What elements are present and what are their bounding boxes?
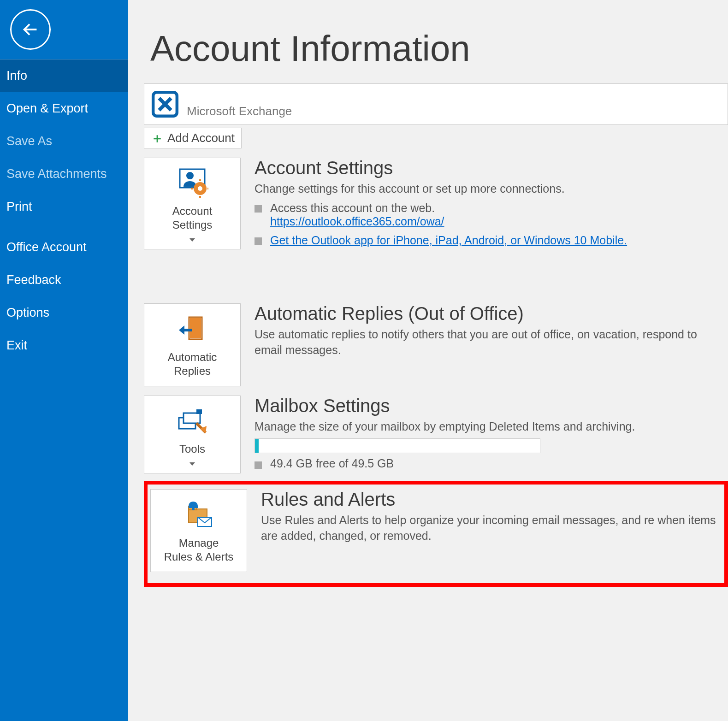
account-settings-title: Account Settings (255, 158, 723, 178)
svg-rect-9 (190, 318, 201, 338)
nav-print[interactable]: Print (0, 190, 128, 223)
account-settings-button[interactable]: AccountSettings (144, 158, 241, 249)
storage-meter (255, 438, 540, 453)
main-panel: Account Information Microsoft Exchange ＋… (128, 0, 728, 721)
exchange-icon (151, 90, 179, 118)
account-selector[interactable]: Microsoft Exchange (144, 83, 728, 125)
automatic-replies-label: AutomaticReplies (168, 350, 217, 378)
bullet-web-text: Access this account on the web. (270, 201, 435, 214)
bell-folder-envelope-icon (182, 497, 215, 532)
chevron-down-icon (189, 238, 195, 242)
square-bullet-icon (255, 205, 262, 213)
manage-rules-button[interactable]: ManageRules & Alerts (150, 489, 247, 572)
arrow-left-icon (20, 19, 41, 40)
section-rules-alerts: ManageRules & Alerts Rules and Alerts Us… (144, 481, 728, 587)
person-gear-icon (176, 165, 208, 200)
section-mailbox-settings: Tools Mailbox Settings Manage the size o… (144, 396, 728, 473)
plus-icon: ＋ (151, 132, 164, 145)
tools-button[interactable]: Tools (144, 396, 241, 473)
account-type: Microsoft Exchange (187, 104, 292, 118)
nav-separator (6, 227, 122, 227)
door-arrow-icon (178, 312, 207, 346)
owa-link[interactable]: https://outlook.office365.com/owa/ (270, 215, 444, 228)
nav-save-attachments[interactable]: Save Attachments (0, 158, 128, 190)
section-automatic-replies: AutomaticReplies Automatic Replies (Out … (144, 303, 728, 386)
square-bullet-icon (255, 461, 262, 469)
backstage-sidebar: Info Open & Export Save As Save Attachme… (0, 0, 128, 721)
svg-rect-13 (196, 409, 202, 414)
bullet-web-access: Access this account on the web. https://… (255, 201, 723, 228)
section-account-settings: AccountSettings Account Settings Change … (144, 158, 728, 253)
back-button[interactable] (10, 9, 51, 50)
mailbox-settings-desc: Manage the size of your mailbox by empty… (255, 419, 723, 435)
rules-alerts-desc: Use Rules and Alerts to help organize yo… (261, 513, 720, 544)
backstage-nav: Info Open & Export Save As Save Attachme… (0, 59, 128, 362)
manage-rules-label: ManageRules & Alerts (164, 536, 234, 564)
nav-options[interactable]: Options (0, 296, 128, 329)
get-app-link[interactable]: Get the Outlook app for iPhone, iPad, An… (270, 234, 627, 247)
automatic-replies-button[interactable]: AutomaticReplies (144, 303, 241, 386)
add-account-label: Add Account (167, 131, 235, 145)
nav-open-export[interactable]: Open & Export (0, 92, 128, 125)
chevron-down-icon (189, 462, 195, 466)
mailbox-broom-icon (176, 403, 208, 437)
account-settings-desc: Change settings for this account or set … (255, 181, 723, 197)
nav-info[interactable]: Info (0, 59, 128, 92)
automatic-replies-desc: Use automatic replies to notify others t… (255, 327, 723, 358)
rules-alerts-title: Rules and Alerts (261, 489, 720, 510)
square-bullet-icon (255, 237, 262, 245)
svg-rect-12 (183, 413, 200, 423)
storage-free-text: 49.4 GB free of 49.5 GB (270, 457, 394, 470)
page-title: Account Information (150, 28, 728, 70)
nav-office-account[interactable]: Office Account (0, 231, 128, 264)
svg-point-2 (186, 172, 194, 179)
automatic-replies-title: Automatic Replies (Out of Office) (255, 303, 723, 324)
nav-exit[interactable]: Exit (0, 329, 128, 362)
nav-save-as[interactable]: Save As (0, 125, 128, 158)
tools-label: Tools (179, 442, 205, 456)
add-account-button[interactable]: ＋ Add Account (144, 128, 242, 148)
mailbox-settings-title: Mailbox Settings (255, 396, 723, 416)
nav-feedback[interactable]: Feedback (0, 264, 128, 296)
svg-point-16 (192, 508, 195, 510)
bullet-mobile-app: Get the Outlook app for iPhone, iPad, An… (255, 234, 723, 247)
svg-point-4 (198, 186, 202, 191)
account-settings-label: AccountSettings (172, 204, 213, 232)
storage-meter-fill (255, 439, 259, 453)
